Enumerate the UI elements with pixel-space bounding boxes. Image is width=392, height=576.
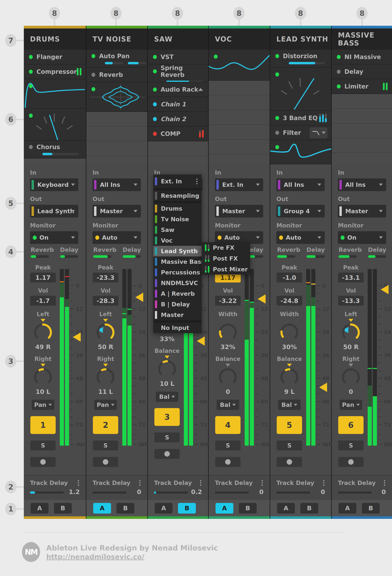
- device-row-comp[interactable]: COMP: [148, 127, 208, 141]
- volume-fader-handle[interactable]: [319, 383, 327, 392]
- arm-record-button[interactable]: [30, 457, 56, 467]
- send-delay[interactable]: Delay: [307, 245, 325, 264]
- volume-fader-handle[interactable]: [197, 336, 205, 346]
- arm-record-button[interactable]: [338, 457, 364, 467]
- track-delay-slider[interactable]: [30, 491, 64, 494]
- device-activator-dot[interactable]: [153, 69, 157, 73]
- device-row-reverb[interactable]: Reverb: [86, 68, 147, 82]
- track-activator-button[interactable]: 2: [93, 416, 118, 434]
- device-activator-dot[interactable]: [153, 117, 157, 121]
- device-activator-dot[interactable]: [91, 54, 95, 58]
- kebab-menu-icon[interactable]: [196, 178, 198, 184]
- vol-value[interactable]: -1.7: [30, 296, 56, 306]
- autopan-slider[interactable]: [105, 62, 123, 64]
- crossfade-a-button[interactable]: A: [215, 503, 233, 514]
- device-activator-dot[interactable]: [153, 132, 157, 136]
- kebab-menu-icon[interactable]: [384, 480, 385, 486]
- device-row-ni-massive[interactable]: NI Massive: [332, 50, 392, 64]
- device-row-3-band-eq[interactable]: 3 Band EQ: [270, 111, 331, 126]
- footer-link[interactable]: http://nenadmilosevic.co/: [46, 553, 218, 561]
- track-activator-button[interactable]: 1: [30, 416, 56, 434]
- device-param-slider[interactable]: [289, 62, 325, 64]
- io-in-select[interactable]: Keyboard: [30, 178, 78, 191]
- send-reverb-slider[interactable]: [93, 255, 111, 258]
- io-monitor-select[interactable]: On: [30, 231, 78, 244]
- solo-button[interactable]: S: [93, 440, 118, 450]
- send-reverb-slider[interactable]: [277, 255, 295, 258]
- device-param-slider[interactable]: [42, 153, 79, 155]
- pan-mode-button[interactable]: Bal: [156, 392, 178, 402]
- device-row-chorus[interactable]: Chorus: [24, 141, 86, 158]
- pan-mode-button[interactable]: Bal: [217, 400, 239, 410]
- crossfade-a-button[interactable]: A: [155, 503, 173, 514]
- send-delay-slider[interactable]: [60, 255, 78, 258]
- knob1-knob[interactable]: [32, 322, 54, 343]
- pan-mode-button[interactable]: Bal: [278, 400, 301, 410]
- send-reverb[interactable]: Reverb: [339, 245, 362, 264]
- crossfade-a-button[interactable]: A: [93, 503, 111, 514]
- device-row-chain-2[interactable]: Chain 2: [148, 112, 208, 127]
- kebab-menu-icon[interactable]: [323, 480, 324, 486]
- knob1-knob[interactable]: [95, 322, 116, 343]
- device-activator-dot[interactable]: [275, 145, 279, 149]
- device-activator-dot[interactable]: [153, 55, 157, 59]
- collapse-chevron-icon[interactable]: [198, 88, 203, 91]
- device-row-limiter[interactable]: Limiter: [332, 79, 392, 94]
- dropdown-item-massive-bass[interactable]: Massive Bass: [153, 257, 202, 267]
- knob2-knob[interactable]: [95, 367, 116, 388]
- device-activator-dot[interactable]: [91, 73, 95, 77]
- send-reverb-slider[interactable]: [31, 255, 49, 258]
- track-delay-slider[interactable]: [215, 491, 249, 494]
- crossfade-b-button[interactable]: B: [239, 503, 257, 514]
- device-row-filter[interactable]: Filter: [270, 126, 331, 140]
- volume-fader-handle[interactable]: [381, 285, 389, 294]
- send-delay-slider[interactable]: [123, 255, 141, 258]
- crossfade-a-button[interactable]: A: [277, 503, 295, 514]
- crossfade-b-button[interactable]: B: [116, 503, 134, 514]
- device-row-vst[interactable]: VST: [148, 50, 208, 64]
- device-display-gauge-down[interactable]: [24, 109, 86, 141]
- vol-value[interactable]: -13.3: [338, 296, 364, 306]
- device-row-distorzion[interactable]: Distorzion: [270, 50, 331, 68]
- device-activator-dot[interactable]: [29, 70, 33, 74]
- arm-record-button[interactable]: [277, 457, 302, 467]
- track-activator-button[interactable]: 3: [154, 408, 180, 426]
- kebab-menu-icon[interactable]: [200, 480, 201, 486]
- kebab-menu-icon[interactable]: [78, 480, 79, 486]
- track-activator-button[interactable]: 6: [338, 416, 364, 434]
- volume-fader-handle[interactable]: [73, 332, 81, 342]
- dropdown-item-lead-synth[interactable]: Lead Synth: [153, 246, 202, 257]
- device-activator-dot[interactable]: [29, 55, 33, 59]
- dropdown-item-b-delay[interactable]: B | Delay: [153, 299, 202, 310]
- device-activator-dot[interactable]: [29, 84, 33, 88]
- device-activator-dot[interactable]: [337, 85, 340, 88]
- peak-value[interactable]: -13.1: [338, 273, 364, 283]
- track-delay-slider[interactable]: [154, 491, 188, 494]
- io-monitor-select[interactable]: Auto: [93, 231, 141, 244]
- io-monitor-select[interactable]: Auto: [215, 231, 263, 244]
- device-display-polar[interactable]: [86, 82, 147, 112]
- crossfade-b-button[interactable]: B: [300, 503, 318, 514]
- track-delay-slider[interactable]: [338, 491, 372, 494]
- solo-button[interactable]: S: [277, 440, 302, 450]
- arm-record-button[interactable]: [154, 449, 180, 459]
- device-param-slider[interactable]: [166, 81, 203, 82]
- submenu-item-post-fx[interactable]: Post FX: [202, 253, 250, 264]
- device-activator-dot[interactable]: [29, 114, 33, 118]
- dropdown-item-tv-noise[interactable]: Tv Noise: [153, 214, 202, 225]
- knob2-knob[interactable]: [340, 367, 362, 388]
- dropdown-item-drums[interactable]: Drums: [153, 203, 202, 214]
- send-reverb-slider[interactable]: [339, 255, 357, 258]
- device-activator-dot[interactable]: [337, 55, 340, 59]
- dropdown-item-percussions[interactable]: Percussions: [153, 267, 202, 278]
- knob1-knob[interactable]: [217, 322, 238, 343]
- crossfade-a-button[interactable]: A: [339, 503, 356, 514]
- track-activator-button[interactable]: 4: [215, 416, 240, 434]
- send-delay-slider[interactable]: [307, 255, 325, 258]
- crossfade-b-button[interactable]: B: [54, 503, 72, 514]
- knob2-knob[interactable]: [217, 367, 238, 388]
- solo-button[interactable]: S: [215, 440, 240, 450]
- knob2-knob[interactable]: [32, 367, 54, 388]
- pan-mode-button[interactable]: Pan: [340, 400, 362, 410]
- device-row-flanger[interactable]: Flanger: [24, 50, 86, 64]
